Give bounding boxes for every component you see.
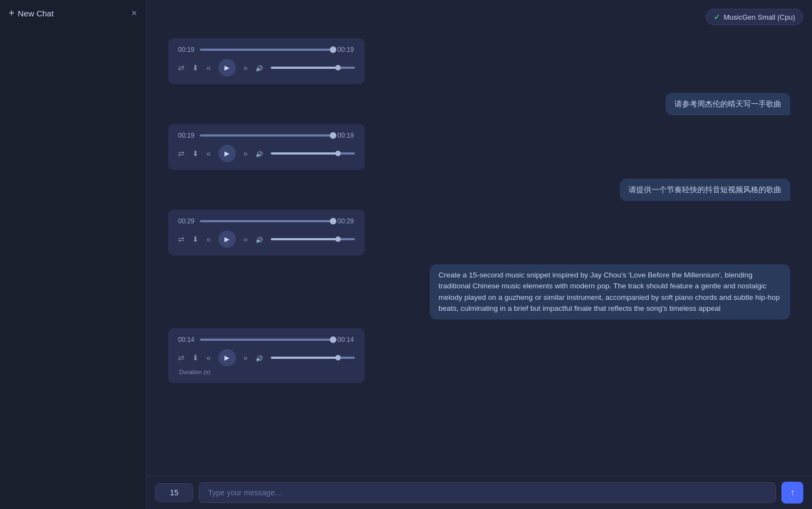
send-button[interactable]: ↑ — [781, 482, 803, 504]
fforward-icon-1[interactable] — [244, 63, 248, 72]
download-icon-3[interactable] — [192, 235, 199, 244]
progress-bar-3[interactable] — [200, 220, 333, 222]
audio-player-1: 00:19 00:19 ▶ — [168, 38, 365, 84]
time-current-1: 00:19 — [178, 46, 195, 54]
fforward-icon-3[interactable] — [244, 235, 248, 244]
shuffle-icon-2[interactable] — [178, 149, 185, 158]
new-chat-label: New Chat — [18, 9, 54, 18]
audio-player-3: 00:29 00:29 ▶ — [168, 210, 365, 256]
progress-bar-1[interactable] — [200, 49, 333, 51]
duration-label: Duration (s) — [179, 369, 355, 375]
duration-input[interactable]: 15 — [155, 483, 193, 502]
volume-bar-3[interactable] — [271, 238, 355, 240]
time-total-2: 00:19 — [337, 132, 355, 139]
shuffle-icon-3[interactable] — [178, 235, 185, 244]
shuffle-icon-1[interactable] — [178, 63, 185, 72]
play-button-2[interactable]: ▶ — [218, 145, 236, 162]
user-message-3: Create a 15-second music snippet inspire… — [430, 264, 790, 319]
check-icon: ✓ — [714, 13, 720, 21]
volume-icon-1[interactable] — [256, 63, 263, 72]
send-icon: ↑ — [790, 488, 795, 498]
download-icon-2[interactable] — [192, 149, 199, 158]
chat-messages: 00:19 00:19 ▶ — [146, 0, 812, 476]
close-icon[interactable]: × — [131, 8, 137, 19]
volume-icon-3[interactable] — [256, 235, 263, 244]
shuffle-icon-4[interactable] — [178, 353, 185, 362]
plus-icon: + — [9, 8, 15, 19]
fforward-icon-4[interactable] — [244, 353, 248, 362]
time-total-1: 00:19 — [337, 46, 355, 54]
time-current-3: 00:29 — [178, 217, 195, 225]
main-chat-area: ✓ MusicGen Small (Cpu) 00:19 00:19 ▶ — [146, 0, 812, 509]
user-message-1: 请参考周杰伦的晴天写一手歌曲 — [666, 93, 790, 115]
user-message-2: 请提供一个节奏轻快的抖音短视频风格的歌曲 — [620, 179, 790, 201]
rewind-icon-1[interactable] — [206, 63, 211, 72]
rewind-icon-4[interactable] — [206, 353, 211, 362]
volume-bar-4[interactable] — [271, 357, 355, 359]
new-chat-button[interactable]: + New Chat × — [0, 0, 146, 27]
audio-player-4: 00:14 00:14 ▶ — [168, 328, 365, 383]
bottom-bar: 15 ↑ — [146, 476, 812, 509]
volume-icon-2[interactable] — [256, 149, 263, 158]
sidebar: + New Chat × — [0, 0, 146, 509]
progress-bar-2[interactable] — [200, 134, 333, 137]
play-button-1[interactable]: ▶ — [218, 59, 236, 76]
time-current-2: 00:19 — [178, 132, 195, 139]
progress-bar-4[interactable] — [200, 339, 333, 341]
play-button-4[interactable]: ▶ — [218, 349, 236, 366]
rewind-icon-2[interactable] — [206, 149, 211, 158]
rewind-icon-3[interactable] — [206, 235, 211, 244]
fforward-icon-2[interactable] — [244, 149, 248, 158]
message-input[interactable] — [199, 482, 776, 503]
time-total-4: 00:14 — [337, 336, 355, 344]
volume-icon-4[interactable] — [256, 353, 263, 362]
volume-bar-2[interactable] — [271, 152, 355, 155]
model-badge[interactable]: ✓ MusicGen Small (Cpu) — [706, 9, 803, 25]
audio-player-2: 00:19 00:19 ▶ — [168, 124, 365, 170]
download-icon-1[interactable] — [192, 63, 199, 72]
time-total-3: 00:29 — [337, 217, 355, 225]
volume-bar-1[interactable] — [271, 67, 355, 69]
time-current-4: 00:14 — [178, 336, 195, 344]
download-icon-4[interactable] — [192, 353, 199, 362]
play-button-3[interactable]: ▶ — [218, 230, 236, 248]
model-name-label: MusicGen Small (Cpu) — [724, 13, 795, 21]
